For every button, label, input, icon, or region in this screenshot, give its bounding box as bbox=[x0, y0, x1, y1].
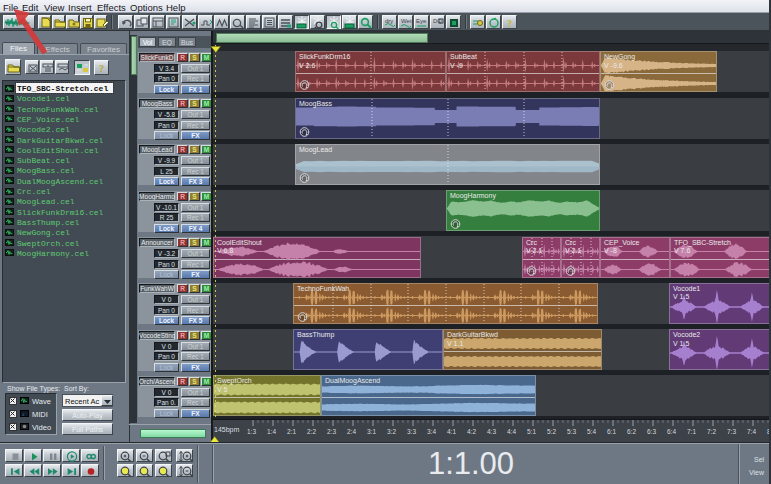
svg-text:7:2: 7:2 bbox=[707, 428, 716, 435]
svg-text:6:1: 6:1 bbox=[607, 428, 616, 435]
svg-text:5:2: 5:2 bbox=[547, 428, 556, 435]
svg-text:4:1: 4:1 bbox=[447, 428, 456, 435]
svg-text:7:4: 7:4 bbox=[747, 428, 756, 435]
svg-text:1:3: 1:3 bbox=[247, 428, 256, 435]
svg-text:4:4: 4:4 bbox=[507, 428, 516, 435]
svg-text:2:3: 2:3 bbox=[327, 428, 336, 435]
svg-text:5:1: 5:1 bbox=[527, 428, 536, 435]
svg-text:?: ? bbox=[507, 18, 512, 29]
svg-text:3:1: 3:1 bbox=[367, 428, 376, 435]
svg-text:7:3: 7:3 bbox=[727, 428, 736, 435]
svg-text:6:2: 6:2 bbox=[627, 428, 636, 435]
svg-text:Wet: Wet bbox=[401, 18, 412, 24]
svg-text:3:4: 3:4 bbox=[427, 428, 436, 435]
svg-text:3:3: 3:3 bbox=[407, 428, 416, 435]
svg-text:4:2: 4:2 bbox=[467, 428, 476, 435]
svg-text:dry: dry bbox=[385, 18, 393, 24]
svg-text:7:1: 7:1 bbox=[687, 428, 696, 435]
svg-text:5:4: 5:4 bbox=[587, 428, 596, 435]
svg-text:Eye: Eye bbox=[416, 18, 427, 24]
svg-text:3:2: 3:2 bbox=[387, 428, 396, 435]
svg-text:2:2: 2:2 bbox=[307, 428, 316, 435]
svg-text:2:1: 2:1 bbox=[287, 428, 296, 435]
svg-text:1:4: 1:4 bbox=[267, 428, 276, 435]
svg-text:♪: ♪ bbox=[22, 411, 25, 417]
svg-text:?: ? bbox=[99, 63, 104, 74]
svg-text:2:4: 2:4 bbox=[347, 428, 356, 435]
svg-text:6:3: 6:3 bbox=[647, 428, 656, 435]
svg-text:5:3: 5:3 bbox=[567, 428, 576, 435]
svg-text:4:3: 4:3 bbox=[487, 428, 496, 435]
svg-text:6:4: 6:4 bbox=[667, 428, 676, 435]
